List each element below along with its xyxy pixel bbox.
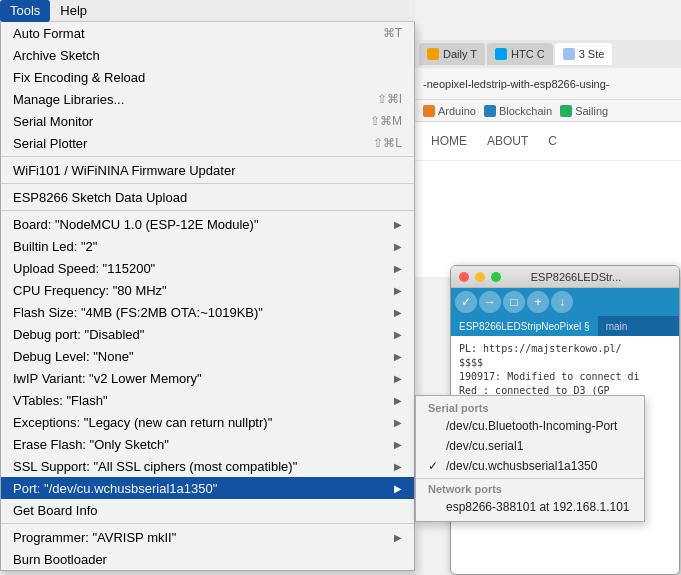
esp8266-upload-label: ESP8266 Sketch Data Upload bbox=[13, 190, 402, 205]
menu-item-debug-port[interactable]: Debug port: "Disabled" ▶ bbox=[1, 323, 414, 345]
fix-encoding-label: Fix Encoding & Reload bbox=[13, 70, 402, 85]
arduino-tab-label-1: ESP8266LEDStripNeoPixel § bbox=[459, 321, 590, 332]
upload-speed-label: Upload Speed: "115200" bbox=[13, 261, 386, 276]
menu-item-serial-monitor[interactable]: Serial Monitor ⇧⌘M bbox=[1, 110, 414, 132]
submenu-item-wchusbserial[interactable]: ✓ /dev/cu.wchusbserial1a1350 bbox=[416, 456, 644, 476]
url-bar[interactable]: -neopixel-ledstrip-with-esp8266-using- bbox=[415, 68, 681, 100]
debug-port-label: Debug port: "Disabled" bbox=[13, 327, 386, 342]
tab-favicon-2 bbox=[495, 48, 507, 60]
upload-button[interactable]: → bbox=[479, 291, 501, 313]
code-line-2: $$$$ bbox=[459, 356, 671, 370]
menu-item-port[interactable]: Port: "/dev/cu.wchusbserial1a1350" ▶ bbox=[1, 477, 414, 499]
arduino-tab-label-2: main bbox=[606, 321, 628, 332]
menu-item-board[interactable]: Board: "NodeMCU 1.0 (ESP-12E Module)" ▶ bbox=[1, 213, 414, 235]
browser-tab-2[interactable]: HTC C bbox=[487, 43, 553, 65]
nav-home[interactable]: HOME bbox=[431, 134, 467, 148]
menu-item-programmer[interactable]: Programmer: "AVRISP mkII" ▶ bbox=[1, 526, 414, 548]
bookmark-arduino[interactable]: Arduino bbox=[423, 105, 476, 117]
close-button[interactable] bbox=[459, 272, 469, 282]
submenu-item-serial1[interactable]: /dev/cu.serial1 bbox=[416, 436, 644, 456]
tab-favicon-1 bbox=[427, 48, 439, 60]
nav-other[interactable]: C bbox=[548, 134, 557, 148]
auto-format-shortcut: ⌘T bbox=[383, 26, 402, 40]
nav-about[interactable]: ABOUT bbox=[487, 134, 528, 148]
separator-4 bbox=[1, 523, 414, 524]
menu-item-auto-format[interactable]: Auto Format ⌘T bbox=[1, 22, 414, 44]
arduino-tab-second[interactable]: main bbox=[598, 316, 636, 336]
bookmark-blockchain[interactable]: Blockchain bbox=[484, 105, 552, 117]
bookmark-label-arduino: Arduino bbox=[438, 105, 476, 117]
web-content: HOME ABOUT C bbox=[415, 122, 681, 277]
menu-bar: Tools Help bbox=[0, 0, 415, 22]
menu-item-debug-level[interactable]: Debug Level: "None" ▶ bbox=[1, 345, 414, 367]
menu-item-burn-bootloader[interactable]: Burn Bootloader bbox=[1, 548, 414, 570]
web-nav: HOME ABOUT C bbox=[415, 122, 681, 161]
auto-format-label: Auto Format bbox=[13, 26, 363, 41]
bookmark-icon-sailing bbox=[560, 105, 572, 117]
programmer-arrow: ▶ bbox=[394, 532, 402, 543]
minimize-button[interactable] bbox=[475, 272, 485, 282]
menu-item-iwip-variant[interactable]: IwIP Variant: "v2 Lower Memory" ▶ bbox=[1, 367, 414, 389]
cpu-freq-arrow: ▶ bbox=[394, 285, 402, 296]
vtables-arrow: ▶ bbox=[394, 395, 402, 406]
menu-item-esp8266-upload[interactable]: ESP8266 Sketch Data Upload bbox=[1, 186, 414, 208]
iwip-variant-arrow: ▶ bbox=[394, 373, 402, 384]
menu-item-get-board-info[interactable]: Get Board Info bbox=[1, 499, 414, 521]
serial-plotter-shortcut: ⇧⌘L bbox=[373, 136, 402, 150]
manage-libraries-shortcut: ⇧⌘I bbox=[377, 92, 402, 106]
menu-item-vtables[interactable]: VTables: "Flash" ▶ bbox=[1, 389, 414, 411]
save-button[interactable]: ↓ bbox=[551, 291, 573, 313]
menu-item-erase-flash[interactable]: Erase Flash: "Only Sketch" ▶ bbox=[1, 433, 414, 455]
menu-item-archive-sketch[interactable]: Archive Sketch bbox=[1, 44, 414, 66]
menu-item-serial-plotter[interactable]: Serial Plotter ⇧⌘L bbox=[1, 132, 414, 154]
flash-size-label: Flash Size: "4MB (FS:2MB OTA:~1019KB)" bbox=[13, 305, 386, 320]
serial1-label: /dev/cu.serial1 bbox=[446, 439, 523, 453]
builtin-led-arrow: ▶ bbox=[394, 241, 402, 252]
exceptions-label: Exceptions: "Legacy (new can return null… bbox=[13, 415, 386, 430]
separator-3 bbox=[1, 210, 414, 211]
arduino-tab-main[interactable]: ESP8266LEDStripNeoPixel § bbox=[451, 316, 598, 336]
menu-tools[interactable]: Tools bbox=[0, 0, 50, 22]
browser-tab-1[interactable]: Daily T bbox=[419, 43, 485, 65]
menu-item-builtin-led[interactable]: Builtin Led: "2" ▶ bbox=[1, 235, 414, 257]
menu-item-ssl-support[interactable]: SSL Support: "All SSL ciphers (most comp… bbox=[1, 455, 414, 477]
menu-item-flash-size[interactable]: Flash Size: "4MB (FS:2MB OTA:~1019KB)" ▶ bbox=[1, 301, 414, 323]
menu-help[interactable]: Help bbox=[50, 0, 97, 22]
url-text: -neopixel-ledstrip-with-esp8266-using- bbox=[423, 78, 609, 90]
ssl-support-arrow: ▶ bbox=[394, 461, 402, 472]
builtin-led-label: Builtin Led: "2" bbox=[13, 239, 386, 254]
separator-2 bbox=[1, 183, 414, 184]
submenu-item-bluetooth[interactable]: /dev/cu.Bluetooth-Incoming-Port bbox=[416, 416, 644, 436]
network-ports-header: Network ports bbox=[416, 481, 644, 497]
get-board-info-label: Get Board Info bbox=[13, 503, 402, 518]
esp8266-net-label: esp8266-388101 at 192.168.1.101 bbox=[446, 500, 630, 514]
tab-label-3: 3 Ste bbox=[579, 48, 605, 60]
menu-item-fix-encoding[interactable]: Fix Encoding & Reload bbox=[1, 66, 414, 88]
submenu-separator bbox=[416, 478, 644, 479]
serial-ports-header: Serial ports bbox=[416, 400, 644, 416]
serial-monitor-label: Serial Monitor bbox=[13, 114, 350, 129]
debug-level-arrow: ▶ bbox=[394, 351, 402, 362]
menu-help-label: Help bbox=[60, 3, 87, 18]
cpu-freq-label: CPU Frequency: "80 MHz" bbox=[13, 283, 386, 298]
bookmark-sailing[interactable]: Sailing bbox=[560, 105, 608, 117]
menu-item-manage-libraries[interactable]: Manage Libraries... ⇧⌘I bbox=[1, 88, 414, 110]
manage-libraries-label: Manage Libraries... bbox=[13, 92, 357, 107]
browser-tab-3[interactable]: 3 Ste bbox=[555, 43, 613, 65]
menu-item-upload-speed[interactable]: Upload Speed: "115200" ▶ bbox=[1, 257, 414, 279]
arduino-window-title: ESP8266LEDStr... bbox=[507, 271, 645, 283]
menu-item-cpu-freq[interactable]: CPU Frequency: "80 MHz" ▶ bbox=[1, 279, 414, 301]
port-arrow: ▶ bbox=[394, 483, 402, 494]
open-button[interactable]: + bbox=[527, 291, 549, 313]
menu-item-wifi-updater[interactable]: WiFi101 / WiFiNINA Firmware Updater bbox=[1, 159, 414, 181]
verify-button[interactable]: ✓ bbox=[455, 291, 477, 313]
tab-label-1: Daily T bbox=[443, 48, 477, 60]
new-button[interactable]: □ bbox=[503, 291, 525, 313]
programmer-label: Programmer: "AVRISP mkII" bbox=[13, 530, 386, 545]
maximize-button[interactable] bbox=[491, 272, 501, 282]
menu-item-exceptions[interactable]: Exceptions: "Legacy (new can return null… bbox=[1, 411, 414, 433]
submenu-item-esp8266-net[interactable]: esp8266-388101 at 192.168.1.101 bbox=[416, 497, 644, 517]
archive-sketch-label: Archive Sketch bbox=[13, 48, 402, 63]
tab-label-2: HTC C bbox=[511, 48, 545, 60]
bookmark-icon-arduino bbox=[423, 105, 435, 117]
